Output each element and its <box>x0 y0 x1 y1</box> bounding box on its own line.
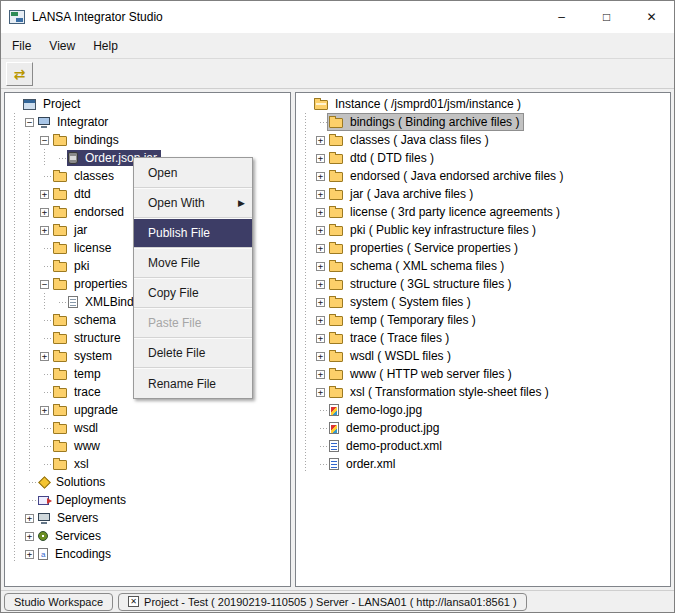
tree-node[interactable]: www <box>52 438 104 454</box>
expand-box-icon[interactable]: + <box>37 203 52 221</box>
tree-item-instance-jsmprd01-jsm-instance[interactable]: Instance ( /jsmprd01/jsm/instance ) <box>298 95 670 113</box>
menu-help[interactable]: Help <box>84 33 127 58</box>
expand-box-icon[interactable]: + <box>313 383 328 401</box>
tree-node[interactable]: jar ( Java archive files ) <box>328 186 477 202</box>
expand-box-icon[interactable]: + <box>22 545 37 563</box>
tree-node[interactable]: endorsed <box>52 204 128 220</box>
expand-box-icon[interactable]: + <box>313 293 328 311</box>
tree-node[interactable]: www ( HTTP web server files ) <box>328 366 516 382</box>
tree-item-www[interactable]: www <box>7 437 290 455</box>
expand-box-icon[interactable]: + <box>313 239 328 257</box>
tree-node[interactable]: properties <box>52 276 131 292</box>
tree-item-project[interactable]: Project <box>7 95 290 113</box>
tree-item-deployments[interactable]: Deployments <box>7 491 290 509</box>
tree-item-xsl[interactable]: xsl <box>7 455 290 473</box>
tree-item-license-3rd-party-licence-agreements[interactable]: +license ( 3rd party licence agreements … <box>298 203 670 221</box>
tree-item-bindings-binding-archive-files[interactable]: bindings ( Binding archive files ) <box>298 113 670 131</box>
tree-node[interactable]: license ( 3rd party licence agreements ) <box>328 204 564 220</box>
tree-item-solutions[interactable]: Solutions <box>7 473 290 491</box>
expand-box-icon[interactable]: + <box>313 203 328 221</box>
expand-box-icon[interactable]: + <box>313 167 328 185</box>
tree-item-classes-java-class-files[interactable]: +classes ( Java class files ) <box>298 131 670 149</box>
session-tab[interactable]: ✕ Project - Test ( 20190219-110505 ) Ser… <box>118 593 527 611</box>
tree-item-properties-service-properties[interactable]: +properties ( Service properties ) <box>298 239 670 257</box>
tree-item-jar-java-archive-files[interactable]: +jar ( Java archive files ) <box>298 185 670 203</box>
tree-node[interactable]: dtd ( DTD files ) <box>328 150 438 166</box>
minimize-button[interactable]: – <box>539 1 584 33</box>
tree-item-www-http-web-server-files[interactable]: +www ( HTTP web server files ) <box>298 365 670 383</box>
tree-item-system-system-files[interactable]: +system ( System files ) <box>298 293 670 311</box>
tree-node[interactable]: xsl <box>52 456 93 472</box>
tree-item-dtd-dtd-files[interactable]: +dtd ( DTD files ) <box>298 149 670 167</box>
tree-item-structure-3gl-structure-files[interactable]: +structure ( 3GL structure files ) <box>298 275 670 293</box>
tree-node[interactable]: endorsed ( Java endorsed archive files ) <box>328 168 567 184</box>
tree-node[interactable]: pki <box>52 258 93 274</box>
tree-node[interactable]: trace <box>52 384 105 400</box>
context-menu-item-move-file[interactable]: Move File <box>134 248 252 278</box>
expand-box-icon[interactable]: + <box>313 365 328 383</box>
tree-node[interactable]: Integrator <box>37 114 112 130</box>
tree-node[interactable]: Servers <box>37 510 102 526</box>
expand-box-icon[interactable]: + <box>313 185 328 203</box>
tree-node[interactable]: system ( System files ) <box>328 294 475 310</box>
tree-item-demo-logo-jpg[interactable]: demo-logo.jpg <box>298 401 670 419</box>
tree-node[interactable]: bindings <box>52 132 123 148</box>
collapse-box-icon[interactable]: − <box>37 131 52 149</box>
expand-box-icon[interactable]: + <box>37 221 52 239</box>
tree-item-upgrade[interactable]: +upgrade <box>7 401 290 419</box>
context-menu-item-open-with[interactable]: Open With▶ <box>134 188 252 218</box>
tree-item-services[interactable]: +Services <box>7 527 290 545</box>
tree-node[interactable]: schema ( XML schema files ) <box>328 258 508 274</box>
tree-node[interactable]: Services <box>37 528 105 544</box>
tree-node[interactable]: system <box>52 348 116 364</box>
expand-box-icon[interactable]: + <box>37 347 52 365</box>
tree-node[interactable]: properties ( Service properties ) <box>328 240 522 256</box>
context-menu-item-copy-file[interactable]: Copy File <box>134 278 252 308</box>
context-menu-item-rename-file[interactable]: Rename File <box>134 368 252 398</box>
tree-node[interactable]: structure <box>52 330 125 346</box>
menu-view[interactable]: View <box>40 33 84 58</box>
tree-item-trace-trace-files[interactable]: +trace ( Trace files ) <box>298 329 670 347</box>
menu-file[interactable]: File <box>3 33 40 58</box>
expand-box-icon[interactable]: + <box>313 311 328 329</box>
context-menu-item-open[interactable]: Open <box>134 158 252 188</box>
tree-item-order-xml[interactable]: order.xml <box>298 455 670 473</box>
tree-node[interactable]: wsdl ( WSDL files ) <box>328 348 455 364</box>
expand-box-icon[interactable]: + <box>313 329 328 347</box>
session-close-icon[interactable]: ✕ <box>128 596 139 607</box>
toolbar-publish-button[interactable]: ⇄ <box>6 62 33 86</box>
collapse-box-icon[interactable]: − <box>37 275 52 293</box>
tree-item-demo-product-jpg[interactable]: demo-product.jpg <box>298 419 670 437</box>
tree-item-integrator[interactable]: −Integrator <box>7 113 290 131</box>
workspace-tab[interactable]: Studio Workspace <box>4 593 113 611</box>
context-menu-item-delete-file[interactable]: Delete File <box>134 338 252 368</box>
tree-item-xsl-transformation-style-sheet-files[interactable]: +xsl ( Transformation style-sheet files … <box>298 383 670 401</box>
tree-node[interactable]: temp <box>52 366 105 382</box>
tree-item-demo-product-xml[interactable]: demo-product.xml <box>298 437 670 455</box>
expand-box-icon[interactable]: + <box>313 221 328 239</box>
maximize-button[interactable]: □ <box>584 1 629 33</box>
tree-node[interactable]: temp ( Temporary files ) <box>328 312 480 328</box>
tree-node[interactable]: demo-product.xml <box>328 438 446 454</box>
context-menu-item-publish-file[interactable]: Publish File <box>134 218 252 248</box>
tree-node[interactable]: license <box>52 240 115 256</box>
tree-node[interactable]: Deployments <box>37 492 130 508</box>
tree-node[interactable]: demo-product.jpg <box>328 420 443 436</box>
tree-node[interactable]: dtd <box>52 186 95 202</box>
tree-node[interactable]: demo-logo.jpg <box>328 402 426 418</box>
expand-box-icon[interactable]: + <box>37 401 52 419</box>
expand-box-icon[interactable]: + <box>37 185 52 203</box>
tree-item-endorsed-java-endorsed-archive-files[interactable]: +endorsed ( Java endorsed archive files … <box>298 167 670 185</box>
tree-node[interactable]: Project <box>22 96 84 112</box>
tree-node[interactable]: wsdl <box>52 420 102 436</box>
tree-node[interactable]: classes ( Java class files ) <box>328 132 493 148</box>
tree-item-encodings[interactable]: +Encodings <box>7 545 290 563</box>
collapse-box-icon[interactable]: − <box>22 113 37 131</box>
tree-item-servers[interactable]: +Servers <box>7 509 290 527</box>
tree-node[interactable]: bindings ( Binding archive files ) <box>328 114 523 130</box>
tree-node[interactable]: pki ( Public key infrastructure files ) <box>328 222 540 238</box>
tree-node[interactable]: upgrade <box>52 402 122 418</box>
tree-node[interactable]: order.xml <box>328 456 399 472</box>
tree-node[interactable]: Solutions <box>37 474 109 490</box>
tree-node[interactable]: structure ( 3GL structure files ) <box>328 276 516 292</box>
